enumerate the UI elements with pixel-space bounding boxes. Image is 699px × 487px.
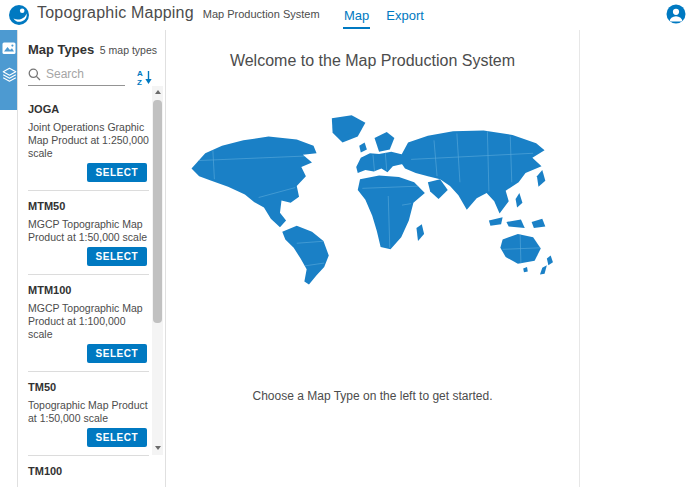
map-types-panel: Map Types 5 map types A Z — [18, 30, 166, 487]
map-type-name: TM100 — [28, 465, 149, 477]
tab-export[interactable]: Export — [386, 8, 424, 23]
user-avatar-button[interactable] — [666, 4, 686, 24]
right-gutter — [580, 30, 699, 487]
map-type-description: MGCP Topographic Map Product at 1:100,00… — [28, 302, 149, 341]
search-input[interactable] — [46, 67, 106, 81]
map-type-list: JOGA Joint Operations Graphic Map Produc… — [18, 94, 165, 484]
map-type-count: 5 map types — [100, 44, 157, 56]
search-row: A Z — [28, 67, 153, 86]
app-body: Map Types 5 map types A Z — [0, 30, 699, 487]
search-icon — [28, 68, 41, 81]
map-type-item: TM100 — [28, 455, 149, 484]
sort-az-icon[interactable]: A Z — [135, 68, 153, 86]
scroll-down-icon[interactable] — [155, 446, 161, 450]
scrollbar-thumb[interactable] — [153, 100, 162, 323]
tool-rail — [0, 30, 18, 487]
select-button[interactable]: SELECT — [87, 247, 147, 266]
map-type-item: MTM100 MGCP Topographic Map Product at 1… — [28, 274, 149, 371]
instruction-text: Choose a Map Type on the left to get sta… — [166, 389, 579, 403]
app-header: Topographic Mapping Map Production Syste… — [0, 0, 699, 30]
map-type-item: MTM50 MGCP Topographic Map Product at 1:… — [28, 190, 149, 274]
header-tabs: Map Export — [344, 0, 424, 30]
map-type-description: Topographic Map Product at 1:50,000 scal… — [28, 399, 149, 425]
sidebar-scrollbar[interactable] — [152, 86, 163, 455]
app-subtitle: Map Production System — [203, 8, 320, 20]
map-tool-icon — [2, 42, 16, 55]
brand: Topographic Mapping Map Production Syste… — [8, 4, 320, 26]
map-type-name: MTM100 — [28, 284, 149, 296]
welcome-heading: Welcome to the Map Production System — [166, 52, 579, 70]
app-title: Topographic Mapping — [37, 4, 194, 22]
app-logo-icon — [8, 4, 30, 26]
map-type-name: TM50 — [28, 381, 149, 393]
map-type-name: JOGA — [28, 103, 149, 115]
map-type-item: JOGA Joint Operations Graphic Map Produc… — [28, 94, 149, 190]
main-panel: Welcome to the Map Production System — [166, 30, 580, 487]
select-button[interactable]: SELECT — [87, 428, 147, 447]
svg-text:Z: Z — [137, 78, 142, 86]
tab-map[interactable]: Map — [344, 8, 369, 23]
map-type-item: TM50 Topographic Map Product at 1:50,000… — [28, 371, 149, 455]
svg-text:A: A — [137, 69, 143, 78]
layers-icon — [2, 67, 17, 82]
world-map — [182, 106, 564, 289]
select-button[interactable]: SELECT — [87, 344, 147, 363]
layers-tool-button[interactable] — [0, 61, 18, 87]
panel-title: Map Types — [28, 42, 94, 57]
map-type-description: Joint Operations Graphic Map Product at … — [28, 121, 149, 160]
panel-header: Map Types 5 map types — [18, 30, 165, 57]
map-type-description: MGCP Topographic Map Product at 1:50,000… — [28, 218, 149, 244]
search-box — [28, 67, 125, 86]
select-button[interactable]: SELECT — [87, 163, 147, 182]
map-type-name: MTM50 — [28, 200, 149, 212]
app-window: Topographic Mapping Map Production Syste… — [0, 0, 699, 487]
map-types-tool-button[interactable] — [0, 35, 18, 61]
tool-rail-active-group — [0, 30, 17, 110]
scroll-up-icon[interactable] — [155, 90, 161, 94]
